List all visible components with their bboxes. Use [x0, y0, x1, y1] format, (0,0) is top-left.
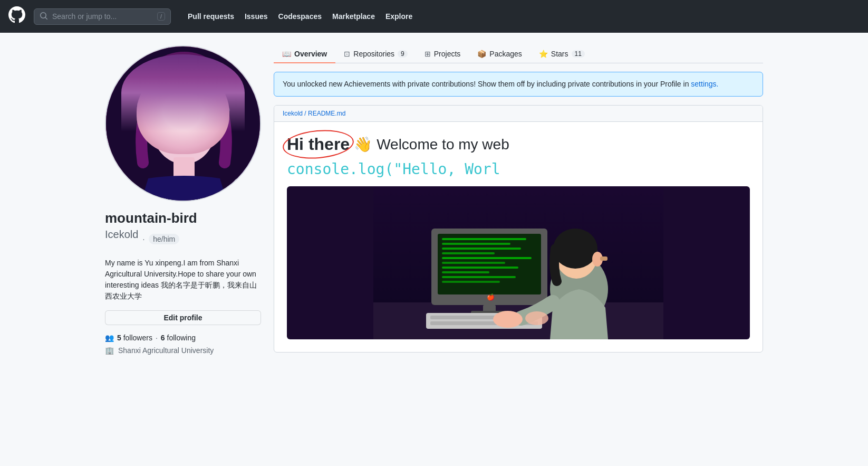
svg-rect-2: [143, 73, 161, 116]
stars-icon: ⭐: [539, 50, 548, 58]
display-name: mountain-bird: [105, 210, 261, 226]
separator: ·: [156, 334, 158, 342]
readme-title-line: Hi there 👋 Welcome to my web: [287, 135, 750, 154]
svg-rect-31: [442, 271, 489, 273]
readme-card: Icekold / README.md Hi there 👋 Welcome t…: [274, 105, 763, 353]
svg-rect-44: [600, 256, 607, 261]
svg-point-10: [197, 120, 201, 124]
emoji-button[interactable]: 😊: [233, 177, 249, 194]
github-logo-icon[interactable]: [8, 6, 25, 26]
tab-packages[interactable]: 📦 Packages: [469, 45, 530, 63]
svg-rect-3: [204, 72, 222, 115]
repo-icon: ⊡: [344, 50, 350, 58]
wave-emoji: 👋: [354, 136, 372, 153]
nav-issues[interactable]: Issues: [240, 9, 272, 24]
org-name: Shanxi Agricultural University: [118, 346, 214, 355]
computer-illustration: 🍎: [287, 186, 750, 339]
user-bio: My name is Yu xinpeng.I am from Shanxi A…: [105, 258, 261, 302]
followers-info: 👥 5 followers · 6 following: [105, 334, 261, 342]
user-handle: Icekold: [105, 229, 138, 241]
svg-rect-30: [442, 267, 518, 269]
tab-overview[interactable]: 📖 Overview: [274, 45, 335, 63]
stars-badge: 11: [572, 50, 585, 58]
svg-rect-28: [442, 257, 532, 259]
followers-label: followers: [123, 334, 152, 342]
svg-point-16: [218, 95, 226, 103]
dot-separator: ·: [142, 235, 144, 243]
search-icon: [40, 12, 48, 22]
readme-header: Icekold / README.md: [274, 106, 763, 122]
welcome-text: Welcome to my web: [377, 136, 509, 153]
projects-icon: ⊞: [425, 50, 431, 58]
profile-sidebar: 😊 mountain-bird Icekold · he/him My name…: [105, 45, 261, 355]
profile-tabs: 📖 Overview ⊡ Repositories 9 ⊞ Projects 📦…: [274, 45, 763, 63]
svg-rect-19: [173, 157, 195, 178]
svg-rect-26: [442, 248, 521, 250]
organization-info: 🏢 Shanxi Agricultural University: [105, 346, 261, 355]
search-bar[interactable]: /: [34, 8, 171, 25]
svg-rect-32: [442, 276, 516, 278]
avatar-image: [106, 46, 260, 201]
tab-projects[interactable]: ⊞ Projects: [416, 45, 469, 63]
nav-codespaces[interactable]: Codespaces: [274, 9, 326, 24]
nav-links: Pull requests Issues Codespaces Marketpl…: [184, 9, 417, 24]
tab-packages-label: Packages: [489, 50, 522, 58]
svg-point-7: [169, 119, 178, 128]
navbar: / Pull requests Issues Codespaces Market…: [0, 0, 868, 33]
keyboard-shortcut: /: [157, 12, 165, 21]
avatar-wrapper: 😊: [105, 45, 261, 202]
following-label: following: [167, 334, 196, 342]
followers-icon: 👥: [105, 334, 114, 342]
svg-marker-15: [179, 68, 189, 78]
pronouns-badge: he/him: [149, 234, 179, 244]
tab-overview-label: Overview: [294, 50, 327, 58]
readme-file-link[interactable]: Icekold / README.md: [283, 110, 345, 117]
svg-point-45: [493, 311, 523, 328]
main-content: 📖 Overview ⊡ Repositories 9 ⊞ Projects 📦…: [274, 45, 763, 355]
svg-marker-14: [178, 65, 190, 81]
console-code: console.log("Hello, Worl: [287, 160, 750, 178]
page-wrapper: 😊 mountain-bird Icekold · he/him My name…: [97, 33, 771, 367]
svg-point-9: [172, 120, 177, 124]
svg-rect-25: [442, 243, 510, 245]
svg-point-5: [165, 116, 179, 133]
tab-repositories[interactable]: ⊡ Repositories 9: [335, 45, 416, 63]
svg-point-17: [225, 107, 230, 112]
hi-there-highlighted: Hi there: [287, 135, 350, 154]
svg-rect-33: [442, 281, 500, 283]
svg-rect-29: [442, 262, 505, 264]
search-input[interactable]: [52, 12, 153, 21]
nav-pull-requests[interactable]: Pull requests: [184, 9, 238, 24]
svg-text:🍎: 🍎: [487, 293, 495, 301]
nav-marketplace[interactable]: Marketplace: [328, 9, 379, 24]
svg-point-13: [196, 131, 215, 141]
tab-projects-label: Projects: [434, 50, 461, 58]
following-count-link[interactable]: 6 following: [161, 334, 196, 342]
achievement-text: You unlocked new Achievements with priva…: [283, 80, 689, 88]
svg-point-12: [153, 131, 172, 141]
tab-repositories-label: Repositories: [353, 50, 394, 58]
settings-link[interactable]: settings.: [691, 80, 718, 88]
edit-profile-button[interactable]: Edit profile: [105, 310, 261, 325]
svg-point-4: [152, 92, 216, 164]
followers-count-link[interactable]: 5 followers: [117, 334, 152, 342]
svg-point-8: [194, 119, 202, 128]
tab-stars[interactable]: ⭐ Stars 11: [531, 45, 593, 63]
book-icon: 📖: [282, 50, 291, 58]
svg-point-46: [525, 311, 548, 325]
tab-stars-label: Stars: [551, 50, 568, 58]
org-icon: 🏢: [105, 346, 114, 355]
svg-rect-27: [442, 252, 495, 254]
svg-point-6: [189, 116, 204, 133]
packages-icon: 📦: [477, 50, 486, 58]
svg-point-11: [181, 134, 187, 137]
svg-rect-24: [442, 238, 526, 240]
readme-image: 🍎: [287, 186, 750, 339]
achievement-banner: You unlocked new Achievements with priva…: [274, 72, 763, 97]
nav-explore[interactable]: Explore: [381, 9, 417, 24]
svg-point-18: [137, 101, 143, 108]
svg-point-1: [142, 52, 226, 126]
readme-title: Hi there: [287, 135, 350, 154]
repositories-badge: 9: [398, 50, 408, 58]
avatar: 😊: [105, 45, 261, 202]
